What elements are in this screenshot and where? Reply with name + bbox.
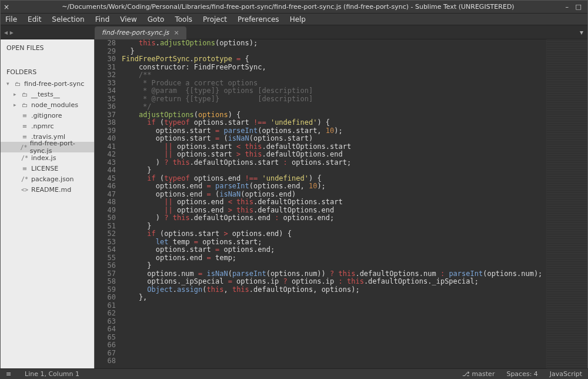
line-number: 63 xyxy=(95,318,116,326)
line-number: 58 xyxy=(95,278,116,286)
status-language[interactable]: JavaScript xyxy=(550,370,582,378)
menu-selection[interactable]: Selection xyxy=(52,15,84,24)
menu-help[interactable]: Help xyxy=(290,15,306,24)
sidebar-item-label: find-free-port-sync xyxy=(24,80,84,88)
line-number: 35 xyxy=(95,95,116,104)
line-number: 34 xyxy=(95,87,116,95)
line-number: 47 xyxy=(95,191,116,199)
file-tab[interactable]: find-free-port-sync.js × xyxy=(95,26,186,39)
code-line[interactable]: options.end = temp; xyxy=(122,254,546,262)
code-line[interactable]: || options.start > this.defaultOptions.e… xyxy=(122,151,546,159)
line-number: 48 xyxy=(95,198,116,207)
tab-overflow-icon[interactable]: ▾ xyxy=(576,28,587,36)
sidebar-item--tests-[interactable]: ▸__tests__ xyxy=(1,89,94,99)
line-number-gutter: 2829303132333435363738394041424344454647… xyxy=(95,39,122,369)
code-line[interactable]: * @param {[type]} options [description] xyxy=(122,87,546,95)
tab-bar: ◂ ▸ find-free-port-sync.js × ▾ xyxy=(1,25,587,39)
status-indentation[interactable]: Spaces: 4 xyxy=(506,370,537,378)
code-line[interactable]: || options.end < this.defaultOptions.sta… xyxy=(122,198,546,207)
code-line[interactable]: } xyxy=(122,222,546,231)
status-git-branch[interactable]: master xyxy=(462,370,495,378)
sidebar-item--npmrc[interactable]: .npmrc xyxy=(1,121,94,131)
code-line[interactable]: if (options.start > options.end) { xyxy=(122,230,546,238)
folder-icon xyxy=(21,102,29,108)
status-menu-icon[interactable] xyxy=(6,370,13,378)
code-line[interactable]: } xyxy=(122,48,546,56)
sidebar-item-node-modules[interactable]: ▸node_modules xyxy=(1,99,94,110)
menu-project[interactable]: Project xyxy=(203,15,227,24)
sidebar-item-label: .npmrc xyxy=(31,122,54,130)
disclosure-arrow-icon: ▸ xyxy=(14,102,18,108)
sidebar-item-find-free-port-sync-js[interactable]: find-free-port-sync.js xyxy=(1,142,94,152)
code-line[interactable]: options.start = options.end; xyxy=(122,246,546,254)
code-line[interactable]: || options.start < this.defaultOptions.s… xyxy=(122,143,546,151)
code-line[interactable]: /** xyxy=(122,71,546,79)
menu-goto[interactable]: Goto xyxy=(148,15,165,24)
line-number: 32 xyxy=(95,71,116,79)
status-bar: Line 1, Column 1 master Spaces: 4 JavaSc… xyxy=(0,368,588,379)
sidebar-item-label: README.md xyxy=(31,186,71,194)
line-number: 51 xyxy=(95,222,116,231)
close-tab-icon[interactable]: × xyxy=(174,29,179,36)
code-line[interactable]: FindFreePortSync.prototype = { xyxy=(122,55,546,64)
code-line[interactable]: options.start = (isNaN(options.start) xyxy=(122,135,546,143)
line-number: 41 xyxy=(95,143,116,151)
code-line[interactable]: } xyxy=(122,167,546,175)
file-icon xyxy=(21,155,29,161)
code-line[interactable]: constructor: FindFreePortSync, xyxy=(122,64,546,72)
menu-preferences[interactable]: Preferences xyxy=(238,15,279,24)
menu-edit[interactable]: Edit xyxy=(28,15,41,24)
code-line[interactable]: */ xyxy=(122,103,546,111)
code-content[interactable]: this.adjustOptions(options); }FindFreePo… xyxy=(122,39,546,369)
code-line[interactable]: options.start = parseInt(options.start, … xyxy=(122,127,546,135)
code-line[interactable]: }, xyxy=(122,294,546,302)
code-line[interactable]: if (typeof options.start !== 'undefined'… xyxy=(122,119,546,127)
line-number: 57 xyxy=(95,270,116,278)
window-controls[interactable]: – □ xyxy=(564,3,587,11)
code-line[interactable]: adjustOptions(options) { xyxy=(122,111,546,119)
line-number: 28 xyxy=(95,39,116,48)
line-number: 52 xyxy=(95,230,116,238)
sidebar-item-package-json[interactable]: package.json xyxy=(1,174,94,184)
window-title: ~/Documents/Work/Coding/Personal/Librari… xyxy=(12,3,564,11)
code-line[interactable]: options.end = (isNaN(options.end) xyxy=(122,191,546,199)
code-editor[interactable]: 2829303132333435363738394041424344454647… xyxy=(95,39,587,369)
sidebar-item-readme-md[interactable]: README.md xyxy=(1,184,94,195)
sidebar-item-find-free-port-sync[interactable]: ▾find-free-port-sync xyxy=(1,78,94,89)
menu-tools[interactable]: Tools xyxy=(175,15,192,24)
line-number: 33 xyxy=(95,79,116,88)
code-line[interactable]: Object.assign(this, this.defaultOptions,… xyxy=(122,286,546,294)
code-line[interactable]: ) ? this.defaultOptions.start : options.… xyxy=(122,159,546,167)
code-line[interactable]: * @return {[type]} [description] xyxy=(122,95,546,104)
sidebar-item-label: find-free-port-sync.js xyxy=(30,139,91,155)
line-number: 65 xyxy=(95,334,116,342)
line-number: 66 xyxy=(95,341,116,350)
minimap[interactable] xyxy=(546,39,587,369)
code-line[interactable]: options._ipSpecial = options.ip ? option… xyxy=(122,278,546,286)
sidebar-item-license[interactable]: LICENSE xyxy=(1,163,94,174)
code-line[interactable]: let temp = options.start; xyxy=(122,238,546,247)
disclosure-arrow-icon: ▾ xyxy=(6,81,11,87)
sidebar-item--gitignore[interactable]: .gitignore xyxy=(1,110,94,121)
code-line[interactable]: ) ? this.defaultOptions.end : options.en… xyxy=(122,214,546,222)
code-line[interactable]: this.adjustOptions(options); xyxy=(122,39,546,48)
menu-file[interactable]: File xyxy=(5,15,17,24)
status-cursor-position[interactable]: Line 1, Column 1 xyxy=(25,370,79,378)
code-line[interactable]: if (typeof options.end !== 'undefined') … xyxy=(122,175,546,183)
code-line[interactable]: * Produce a correct options xyxy=(122,79,546,88)
menu-view[interactable]: View xyxy=(120,15,136,24)
line-number: 61 xyxy=(95,302,116,310)
sidebar-item-label: node_modules xyxy=(31,101,78,109)
sidebar: OPEN FILES FOLDERS ▾find-free-port-sync▸… xyxy=(1,39,95,369)
code-line[interactable]: options.end = parseInt(options.end, 10); xyxy=(122,182,546,191)
line-number: 55 xyxy=(95,254,116,262)
line-number: 42 xyxy=(95,151,116,159)
code-line[interactable]: || options.end > this.defaultOptions.end xyxy=(122,207,546,215)
folders-header: FOLDERS xyxy=(1,64,94,78)
menu-find[interactable]: Find xyxy=(95,15,110,24)
code-line[interactable]: } xyxy=(122,262,546,270)
code-line[interactable]: options.num = isNaN(parseInt(options.num… xyxy=(122,270,546,278)
window-close-button[interactable]: × xyxy=(1,3,12,11)
line-number: 54 xyxy=(95,246,116,254)
tab-history-nav[interactable]: ◂ ▸ xyxy=(1,28,18,36)
